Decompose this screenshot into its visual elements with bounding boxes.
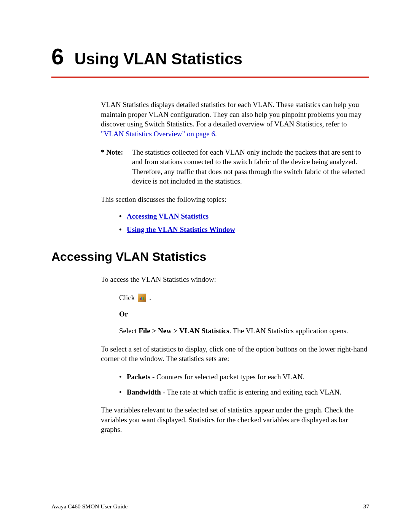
chapter-title: Using VLAN Statistics: [75, 50, 242, 68]
bullet-packets-label: Packets: [127, 373, 150, 381]
variables-para: The variables relevant to the selected s…: [101, 405, 369, 435]
section-body: To access the VLAN Statistics window: Cl…: [101, 275, 369, 435]
page-footer: Avaya C460 SMON User Guide 37: [51, 499, 369, 510]
vlan-overview-link[interactable]: "VLAN Statistics Overview" on page 6: [101, 130, 215, 138]
access-steps: Click . Or Select File > New > VLAN Stat…: [119, 293, 369, 336]
section-lead: To access the VLAN Statistics window:: [101, 275, 369, 284]
click-instruction: Click .: [119, 293, 369, 303]
note-body: The statistics collected for each VLAN o…: [132, 147, 369, 187]
note-label: * Note:: [101, 147, 132, 187]
select-suffix: . The VLAN Statistics application opens.: [229, 327, 348, 335]
toc-link-using[interactable]: Using the VLAN Statistics Window: [127, 225, 235, 233]
topics-lead: This section discusses the following top…: [101, 195, 369, 204]
select-instruction: Select File > New > VLAN Statistics. The…: [119, 326, 369, 336]
toc-item-accessing: Accessing VLAN Statistics: [119, 211, 369, 221]
section-heading: Accessing VLAN Statistics: [51, 250, 369, 264]
footer-page-number: 37: [363, 503, 370, 510]
svg-rect-2: [143, 297, 144, 300]
bullet-bandwidth-rest: - The rate at which traffic is entering …: [161, 388, 341, 396]
svg-rect-1: [141, 297, 142, 300]
toc-list: Accessing VLAN Statistics Using the VLAN…: [119, 211, 369, 235]
chapter-number: 6: [51, 44, 64, 70]
intro-text-before: VLAN Statistics displays detailed statis…: [101, 101, 362, 128]
page-content: 6 Using VLAN Statistics VLAN Statistics …: [0, 0, 411, 466]
stats-bullets: Packets - Counters for selected packet t…: [119, 372, 369, 397]
note-block: * Note: The statistics collected for eac…: [101, 147, 369, 187]
footer-rule: [51, 499, 369, 499]
body-block: VLAN Statistics displays detailed statis…: [101, 100, 369, 235]
select-menu-path: File > New > VLAN Statistics: [139, 327, 229, 335]
intro-paragraph: VLAN Statistics displays detailed statis…: [101, 100, 369, 139]
select-prefix: Select: [119, 327, 139, 335]
toc-item-using: Using the VLAN Statistics Window: [119, 225, 369, 235]
toc-link-accessing[interactable]: Accessing VLAN Statistics: [127, 212, 209, 220]
footer-left: Avaya C460 SMON User Guide: [51, 503, 127, 510]
bullet-bandwidth-label: Bandwidth: [127, 388, 161, 396]
chapter-header: 6 Using VLAN Statistics: [51, 44, 369, 70]
vlan-stats-toolbar-icon: [138, 294, 146, 302]
svg-rect-0: [140, 298, 141, 300]
click-period: .: [149, 293, 151, 303]
bullet-packets: Packets - Counters for selected packet t…: [119, 372, 369, 382]
chapter-rule: [51, 77, 369, 78]
stats-select-para: To select a set of statistics to display…: [101, 344, 369, 364]
intro-text-after: .: [215, 130, 217, 138]
bullet-packets-rest: - Counters for selected packet types for…: [150, 373, 304, 381]
or-label: Or: [119, 309, 369, 319]
chart-icon: [139, 295, 145, 300]
click-label: Click: [119, 293, 135, 303]
footer-row: Avaya C460 SMON User Guide 37: [51, 503, 369, 510]
bullet-bandwidth: Bandwidth - The rate at which traffic is…: [119, 387, 369, 397]
